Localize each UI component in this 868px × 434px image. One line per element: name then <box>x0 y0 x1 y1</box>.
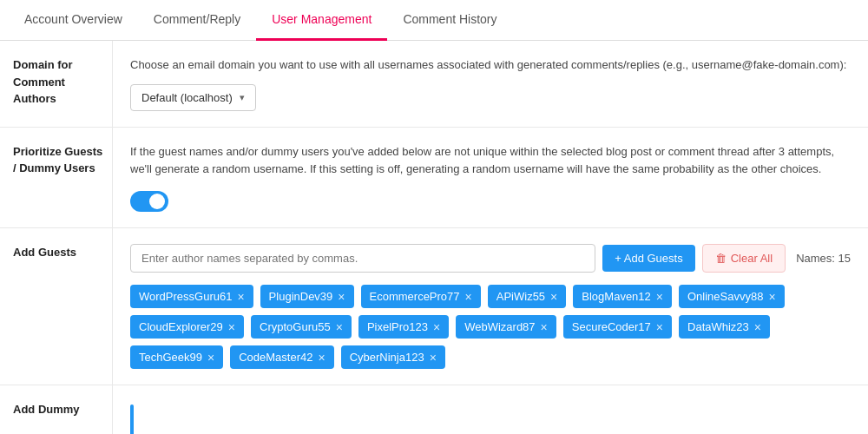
tag-close-icon[interactable]: × <box>550 291 557 303</box>
prioritize-body: If the guest names and/or dummy users yo… <box>113 128 868 228</box>
tag-close-icon[interactable]: × <box>754 321 761 333</box>
domain-description: Choose an email domain you want to use w… <box>130 56 851 74</box>
tag-item: SecureCoder17× <box>563 315 672 339</box>
chevron-down-icon: ▾ <box>240 92 245 103</box>
tag-close-icon[interactable]: × <box>541 321 548 333</box>
add-dummy-section: Add Dummy <box>0 385 868 434</box>
add-guests-button-label: + Add Guests <box>615 252 682 265</box>
clear-all-button-label: Clear All <box>731 252 773 265</box>
tag-close-icon[interactable]: × <box>465 291 472 303</box>
tag-label: CyberNinja123 <box>350 351 424 364</box>
tag-close-icon[interactable]: × <box>228 321 235 333</box>
tag-label: OnlineSavvy88 <box>687 290 763 303</box>
domain-body: Choose an email domain you want to use w… <box>113 41 868 127</box>
tab-user-management[interactable]: User Management <box>256 0 387 41</box>
tag-close-icon[interactable]: × <box>318 352 325 364</box>
tag-label: CryptoGuru55 <box>260 320 331 333</box>
tag-label: WordPressGuru61 <box>139 290 232 303</box>
tag-label: TechGeek99 <box>139 351 202 364</box>
domain-label: Domain for Comment Authors <box>0 41 113 127</box>
add-dummy-label: Add Dummy <box>0 385 113 434</box>
tag-label: DataWhiz23 <box>687 320 749 333</box>
tag-label: PluginDev39 <box>269 290 333 303</box>
domain-dropdown[interactable]: Default (localhost) ▾ <box>130 84 256 111</box>
tag-label: PixelPro123 <box>367 320 428 333</box>
tag-close-icon[interactable]: × <box>207 352 214 364</box>
prioritize-description: If the guest names and/or dummy users yo… <box>130 143 851 180</box>
clear-all-button[interactable]: 🗑 Clear All <box>702 244 786 273</box>
tab-comment-history[interactable]: Comment History <box>387 0 512 41</box>
trash-icon: 🗑 <box>715 252 727 265</box>
prioritize-section: Prioritize Guests / Dummy Users If the g… <box>0 128 868 229</box>
tag-close-icon[interactable]: × <box>768 291 775 303</box>
tags-container: WordPressGuru61×PluginDev39×EcommercePro… <box>130 285 851 369</box>
tag-close-icon[interactable]: × <box>656 321 663 333</box>
tag-item: BlogMaven12× <box>573 285 672 308</box>
tag-item: EcommercePro77× <box>361 285 481 308</box>
tab-comment-reply[interactable]: Comment/Reply <box>138 0 256 41</box>
add-guests-body: + Add Guests 🗑 Clear All Names: 15 WordP… <box>113 228 868 385</box>
tag-item: DataWhiz23× <box>679 315 770 339</box>
add-dummy-body <box>113 385 868 434</box>
tag-item: CyberNinja123× <box>341 345 445 369</box>
dummy-accent-bar <box>130 404 134 434</box>
tag-item: WebWizard87× <box>456 315 556 339</box>
tag-close-icon[interactable]: × <box>433 321 440 333</box>
tag-close-icon[interactable]: × <box>237 291 244 303</box>
guest-name-input[interactable] <box>130 244 595 273</box>
toggle-wrapper <box>130 191 851 212</box>
tag-close-icon[interactable]: × <box>656 291 663 303</box>
main-content: Domain for Comment Authors Choose an ema… <box>0 41 868 434</box>
tab-bar: Account Overview Comment/Reply User Mana… <box>0 0 868 41</box>
tag-item: PixelPro123× <box>358 315 449 339</box>
add-guests-section: Add Guests + Add Guests 🗑 Clear All Name… <box>0 228 868 385</box>
tag-label: CloudExplorer29 <box>139 320 223 333</box>
tag-item: CodeMaster42× <box>230 345 333 369</box>
tag-item: WordPressGuru61× <box>130 285 253 308</box>
add-guests-button[interactable]: + Add Guests <box>602 245 694 272</box>
tag-close-icon[interactable]: × <box>338 291 345 303</box>
tag-close-icon[interactable]: × <box>336 321 343 333</box>
add-guests-label: Add Guests <box>0 228 113 385</box>
tag-label: WebWizard87 <box>464 320 535 333</box>
tag-item: CloudExplorer29× <box>130 315 244 339</box>
tag-item: TechGeek99× <box>130 345 223 369</box>
names-count: Names: 15 <box>796 252 851 265</box>
toggle-slider <box>130 191 168 212</box>
tag-close-icon[interactable]: × <box>430 352 437 364</box>
tag-item: CryptoGuru55× <box>251 315 352 339</box>
add-guests-row: + Add Guests 🗑 Clear All Names: 15 <box>130 244 851 273</box>
domain-section: Domain for Comment Authors Choose an ema… <box>0 41 868 128</box>
tag-item: APiWiz55× <box>488 285 567 308</box>
tag-label: SecureCoder17 <box>572 320 651 333</box>
prioritize-toggle[interactable] <box>130 191 168 212</box>
domain-dropdown-value: Default (localhost) <box>141 91 233 104</box>
tag-label: BlogMaven12 <box>582 290 651 303</box>
tag-label: EcommercePro77 <box>370 290 460 303</box>
tag-label: APiWiz55 <box>496 290 545 303</box>
prioritize-label: Prioritize Guests / Dummy Users <box>0 128 113 228</box>
tag-label: CodeMaster42 <box>239 351 312 364</box>
tag-item: OnlineSavvy88× <box>679 285 785 308</box>
tag-item: PluginDev39× <box>260 285 354 308</box>
tab-account-overview[interactable]: Account Overview <box>9 0 138 41</box>
